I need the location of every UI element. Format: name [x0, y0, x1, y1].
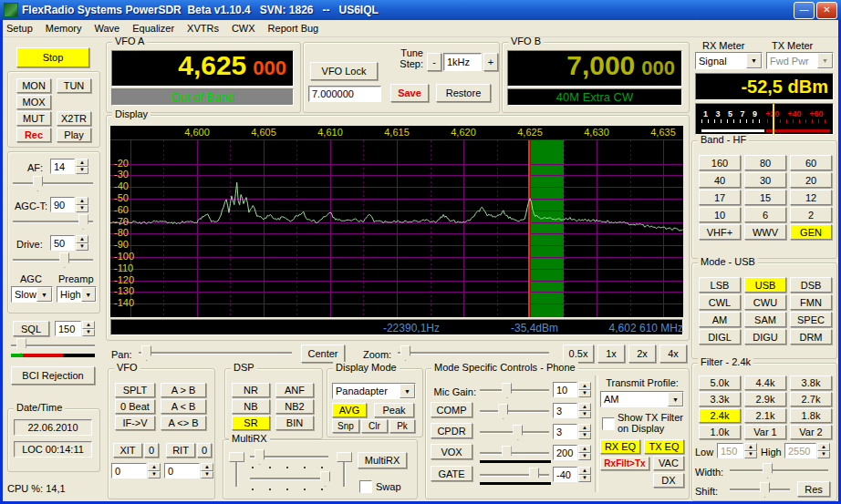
frequency-entry-input[interactable]: 7.000000	[308, 86, 381, 102]
menu-report-bug[interactable]: Report Bug	[262, 21, 326, 36]
tun-button[interactable]: TUN	[57, 78, 91, 93]
filter-button-2-7k[interactable]: 2.7k	[790, 392, 832, 406]
menu-cwx[interactable]: CWX	[225, 21, 262, 36]
vox-slider[interactable]	[478, 445, 551, 461]
close-button[interactable]: ✕	[816, 2, 837, 19]
mic-gain-stepper[interactable]: 10▲▼	[553, 382, 591, 397]
mode-button-digl[interactable]: DIGL	[699, 329, 741, 345]
filter-button-1-8k[interactable]: 1.8k	[790, 408, 832, 423]
save-button[interactable]: Save	[390, 84, 429, 102]
start-stop-button[interactable]: Stop	[16, 47, 89, 67]
xit-clear-button[interactable]: 0	[144, 443, 159, 458]
xit-spin-buttons[interactable]: ▲▼	[148, 463, 161, 478]
drive-slider[interactable]	[11, 252, 95, 268]
mode-button-digu[interactable]: DIGU	[744, 329, 786, 345]
menu-wave[interactable]: Wave	[88, 21, 126, 36]
filter-reset-button[interactable]: Res	[797, 481, 830, 497]
pan-slider[interactable]	[137, 345, 294, 361]
multirx-pan-aux-slider[interactable]	[336, 450, 352, 489]
comp-stepper[interactable]: 3▲▼	[553, 403, 591, 418]
filter-low-stepper[interactable]: 150▲▼	[717, 443, 757, 458]
band-button-160[interactable]: 160	[699, 155, 741, 170]
avg-button[interactable]: AVG	[332, 403, 367, 417]
filter-button-1-0k[interactable]: 1.0k	[699, 425, 741, 439]
rit-spin-buttons[interactable]: ▲▼	[201, 463, 213, 478]
agct-stepper[interactable]: 90▲▼	[50, 197, 88, 212]
rit-stepper[interactable]: 0▲▼	[164, 463, 213, 478]
gate-spin-buttons[interactable]: ▲▼	[578, 467, 591, 482]
vox-spin-buttons[interactable]: ▲▼	[578, 445, 591, 460]
band-button-gen[interactable]: GEN	[790, 224, 832, 240]
mode-button-lsb[interactable]: LSB	[699, 277, 741, 293]
zoom-slider[interactable]	[396, 345, 551, 361]
mut-button[interactable]: MUT	[16, 111, 51, 126]
filter-high-spin-buttons[interactable]: ▲▼	[817, 443, 830, 458]
band-button-wwv[interactable]: WWV	[744, 224, 786, 240]
preamp-select[interactable]: High▼	[57, 286, 97, 303]
snap-button[interactable]: Snp	[332, 419, 359, 433]
gate-button[interactable]: GATE	[431, 466, 472, 481]
filter-button-3-8k[interactable]: 3.8k	[790, 375, 832, 390]
mox-button[interactable]: MOX	[16, 95, 51, 109]
mode-button-drm[interactable]: DRM	[790, 329, 832, 345]
agc-select[interactable]: Slow▼	[11, 286, 53, 303]
a-swap-b-button[interactable]: A <> B	[161, 416, 206, 430]
mic-gain-spin-buttons[interactable]: ▲▼	[578, 382, 591, 397]
filter-button-var-1[interactable]: Var 1	[744, 425, 786, 439]
vox-button[interactable]: VOX	[431, 444, 472, 459]
agc-dropdown-arrow-icon[interactable]: ▼	[36, 287, 52, 302]
filter-high-stepper[interactable]: 2550▲▼	[784, 443, 830, 458]
band-button-15[interactable]: 15	[744, 190, 786, 205]
multirx-gain-slider[interactable]	[248, 448, 330, 465]
zoom-0-5x-button[interactable]: 0.5x	[563, 345, 594, 363]
rx-meter-dropdown-arrow-icon[interactable]: ▼	[746, 53, 762, 68]
vfo-b-frequency[interactable]: 7,000 000	[507, 50, 682, 87]
preamp-dropdown-arrow-icon[interactable]: ▼	[81, 287, 96, 302]
gate-slider[interactable]	[478, 467, 551, 483]
filter-button-5-0k[interactable]: 5.0k	[699, 375, 741, 390]
b-to-a-button[interactable]: A < B	[161, 399, 206, 414]
band-button-60[interactable]: 60	[790, 155, 832, 170]
mon-button[interactable]: MON	[16, 78, 51, 93]
band-button-vhf-[interactable]: VHF+	[699, 224, 741, 240]
cpdr-stepper[interactable]: 3▲▼	[553, 424, 591, 439]
rx-meter-select[interactable]: Signal▼	[695, 52, 763, 69]
bci-rejection-button[interactable]: BCI Rejection	[11, 366, 95, 385]
mode-button-fmn[interactable]: FMN	[790, 294, 832, 310]
mode-button-cwu[interactable]: CWU	[744, 294, 786, 310]
filter-button-2-1k[interactable]: 2.1k	[744, 408, 786, 423]
sql-stepper[interactable]: 150▲▼	[55, 321, 95, 336]
menu-xvtrs[interactable]: XVTRs	[181, 21, 225, 36]
display-mode-select[interactable]: Panadapter▼	[332, 383, 416, 399]
mode-button-am[interactable]: AM	[699, 312, 741, 327]
multirx-button[interactable]: MultiRX	[358, 452, 407, 468]
tx-eq-button[interactable]: TX EQ	[644, 439, 684, 454]
filter-width-slider[interactable]	[728, 462, 830, 478]
anf-button[interactable]: ANF	[275, 383, 314, 397]
cpdr-button[interactable]: CPDR	[431, 423, 472, 438]
comp-button[interactable]: COMP	[431, 402, 472, 417]
minimize-button[interactable]: —	[794, 2, 815, 19]
mode-button-spec[interactable]: SPEC	[790, 312, 832, 327]
sql-slider[interactable]	[9, 337, 97, 354]
band-button-6[interactable]: 6	[744, 207, 786, 222]
peak-button[interactable]: Peak	[374, 403, 414, 417]
filter-button-2-4k[interactable]: 2.4k	[699, 408, 741, 423]
center-button[interactable]: Center	[301, 345, 345, 363]
band-button-80[interactable]: 80	[744, 155, 786, 170]
xit-button[interactable]: XIT	[113, 443, 142, 458]
dx-button[interactable]: DX	[653, 473, 684, 488]
af-slider[interactable]	[11, 175, 95, 191]
sr-button[interactable]: SR	[232, 416, 270, 430]
cpdr-spin-buttons[interactable]: ▲▼	[578, 424, 591, 439]
vfo-a-frequency[interactable]: 4,625 000	[111, 50, 294, 87]
restore-button[interactable]: Restore	[436, 84, 491, 102]
tune-step-down-button[interactable]: -	[427, 53, 441, 71]
sql-button[interactable]: SQL	[13, 321, 49, 336]
filter-low-spin-buttons[interactable]: ▲▼	[744, 443, 757, 458]
display-mode-dropdown-arrow-icon[interactable]: ▼	[400, 384, 415, 398]
mode-button-dsb[interactable]: DSB	[790, 277, 832, 293]
if-to-vfo-button[interactable]: IF->V	[115, 416, 155, 430]
filter-button-2-9k[interactable]: 2.9k	[744, 392, 786, 406]
drive-stepper[interactable]: 50▲▼	[50, 235, 88, 251]
